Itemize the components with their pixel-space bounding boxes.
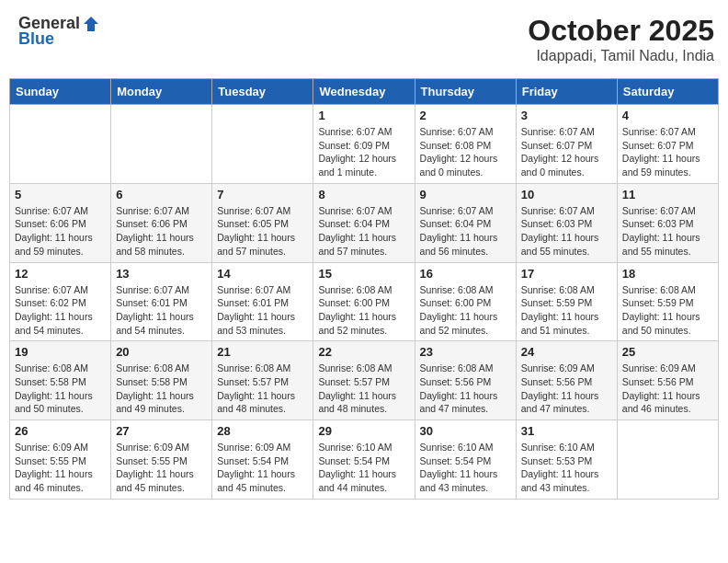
logo-icon	[82, 15, 100, 33]
title-area: October 2025 Idappadi, Tamil Nadu, India	[528, 14, 714, 64]
calendar-table: SundayMondayTuesdayWednesdayThursdayFrid…	[9, 78, 719, 500]
day-info: Sunrise: 6:08 AM Sunset: 5:59 PM Dayligh…	[521, 283, 612, 338]
calendar-day-6: 6Sunrise: 6:07 AM Sunset: 6:06 PM Daylig…	[111, 183, 212, 262]
day-number: 1	[318, 109, 409, 122]
calendar-day-15: 15Sunrise: 6:08 AM Sunset: 6:00 PM Dayli…	[313, 262, 415, 341]
day-info: Sunrise: 6:07 AM Sunset: 6:09 PM Dayligh…	[318, 125, 409, 179]
day-info: Sunrise: 6:08 AM Sunset: 6:00 PM Dayligh…	[420, 283, 511, 338]
day-number: 28	[217, 424, 308, 438]
day-number: 26	[15, 424, 106, 438]
day-info: Sunrise: 6:08 AM Sunset: 5:56 PM Dayligh…	[420, 362, 511, 416]
day-info: Sunrise: 6:07 AM Sunset: 6:04 PM Dayligh…	[318, 204, 409, 259]
day-number: 12	[15, 267, 106, 281]
calendar-day-2: 2Sunrise: 6:07 AM Sunset: 6:08 PM Daylig…	[415, 105, 516, 184]
day-number: 20	[116, 345, 207, 359]
day-info: Sunrise: 6:10 AM Sunset: 5:54 PM Dayligh…	[318, 441, 409, 495]
calendar-day-19: 19Sunrise: 6:08 AM Sunset: 5:58 PM Dayli…	[10, 341, 111, 420]
day-number: 27	[116, 424, 207, 438]
calendar-day-empty	[111, 105, 212, 184]
day-info: Sunrise: 6:08 AM Sunset: 5:59 PM Dayligh…	[622, 283, 713, 338]
day-info: Sunrise: 6:07 AM Sunset: 6:01 PM Dayligh…	[116, 283, 207, 338]
calendar-day-26: 26Sunrise: 6:09 AM Sunset: 5:55 PM Dayli…	[10, 420, 111, 500]
day-number: 16	[420, 267, 511, 281]
weekday-header-tuesday: Tuesday	[212, 79, 313, 105]
day-info: Sunrise: 6:08 AM Sunset: 6:00 PM Dayligh…	[318, 283, 409, 338]
weekday-header-sunday: Sunday	[10, 79, 111, 105]
calendar-day-7: 7Sunrise: 6:07 AM Sunset: 6:05 PM Daylig…	[212, 183, 313, 262]
day-info: Sunrise: 6:07 AM Sunset: 6:07 PM Dayligh…	[521, 125, 612, 179]
day-number: 29	[318, 424, 409, 438]
calendar-day-13: 13Sunrise: 6:07 AM Sunset: 6:01 PM Dayli…	[111, 262, 212, 341]
calendar-day-11: 11Sunrise: 6:07 AM Sunset: 6:03 PM Dayli…	[617, 183, 718, 262]
day-number: 3	[521, 109, 612, 122]
day-number: 17	[521, 267, 612, 281]
day-info: Sunrise: 6:08 AM Sunset: 5:57 PM Dayligh…	[318, 362, 409, 416]
calendar-day-28: 28Sunrise: 6:09 AM Sunset: 5:54 PM Dayli…	[212, 420, 313, 500]
calendar-day-17: 17Sunrise: 6:08 AM Sunset: 5:59 PM Dayli…	[516, 262, 617, 341]
day-info: Sunrise: 6:07 AM Sunset: 6:06 PM Dayligh…	[15, 204, 106, 259]
day-info: Sunrise: 6:10 AM Sunset: 5:53 PM Dayligh…	[521, 441, 612, 495]
calendar-day-18: 18Sunrise: 6:08 AM Sunset: 5:59 PM Dayli…	[617, 262, 718, 341]
day-number: 10	[521, 188, 612, 201]
location-title: Idappadi, Tamil Nadu, India	[528, 48, 714, 64]
month-title: October 2025	[528, 14, 714, 48]
day-number: 2	[420, 109, 511, 122]
day-info: Sunrise: 6:09 AM Sunset: 5:55 PM Dayligh…	[15, 441, 106, 495]
calendar-day-1: 1Sunrise: 6:07 AM Sunset: 6:09 PM Daylig…	[313, 105, 415, 184]
calendar-day-22: 22Sunrise: 6:08 AM Sunset: 5:57 PM Dayli…	[313, 341, 415, 420]
day-info: Sunrise: 6:07 AM Sunset: 6:06 PM Dayligh…	[116, 204, 207, 259]
calendar-day-10: 10Sunrise: 6:07 AM Sunset: 6:03 PM Dayli…	[516, 183, 617, 262]
calendar-day-4: 4Sunrise: 6:07 AM Sunset: 6:07 PM Daylig…	[617, 105, 718, 184]
day-info: Sunrise: 6:10 AM Sunset: 5:54 PM Dayligh…	[420, 441, 511, 495]
day-number: 7	[217, 188, 308, 201]
day-number: 9	[420, 188, 511, 201]
day-number: 25	[622, 345, 713, 359]
calendar-day-30: 30Sunrise: 6:10 AM Sunset: 5:54 PM Dayli…	[415, 420, 516, 500]
weekday-header-wednesday: Wednesday	[313, 79, 415, 105]
calendar-week-3: 12Sunrise: 6:07 AM Sunset: 6:02 PM Dayli…	[10, 262, 719, 341]
calendar-day-25: 25Sunrise: 6:09 AM Sunset: 5:56 PM Dayli…	[617, 341, 718, 420]
calendar-day-14: 14Sunrise: 6:07 AM Sunset: 6:01 PM Dayli…	[212, 262, 313, 341]
day-number: 11	[622, 188, 713, 201]
weekday-header-row: SundayMondayTuesdayWednesdayThursdayFrid…	[10, 79, 719, 105]
calendar-week-2: 5Sunrise: 6:07 AM Sunset: 6:06 PM Daylig…	[10, 183, 719, 262]
day-number: 15	[318, 267, 409, 281]
day-number: 30	[420, 424, 511, 438]
day-number: 4	[622, 109, 713, 122]
day-info: Sunrise: 6:09 AM Sunset: 5:56 PM Dayligh…	[622, 362, 713, 416]
calendar-week-5: 26Sunrise: 6:09 AM Sunset: 5:55 PM Dayli…	[10, 420, 719, 500]
day-info: Sunrise: 6:09 AM Sunset: 5:54 PM Dayligh…	[217, 441, 308, 495]
day-info: Sunrise: 6:07 AM Sunset: 6:02 PM Dayligh…	[15, 283, 106, 338]
calendar-day-31: 31Sunrise: 6:10 AM Sunset: 5:53 PM Dayli…	[516, 420, 617, 500]
weekday-header-friday: Friday	[516, 79, 617, 105]
day-info: Sunrise: 6:09 AM Sunset: 5:55 PM Dayligh…	[116, 441, 207, 495]
calendar-day-16: 16Sunrise: 6:08 AM Sunset: 6:00 PM Dayli…	[415, 262, 516, 341]
calendar-week-4: 19Sunrise: 6:08 AM Sunset: 5:58 PM Dayli…	[10, 341, 719, 420]
day-info: Sunrise: 6:07 AM Sunset: 6:07 PM Dayligh…	[622, 125, 713, 179]
day-info: Sunrise: 6:08 AM Sunset: 5:58 PM Dayligh…	[15, 362, 106, 416]
weekday-header-thursday: Thursday	[415, 79, 516, 105]
calendar-day-9: 9Sunrise: 6:07 AM Sunset: 6:04 PM Daylig…	[415, 183, 516, 262]
logo: General Blue	[18, 14, 100, 49]
calendar-week-1: 1Sunrise: 6:07 AM Sunset: 6:09 PM Daylig…	[10, 105, 719, 184]
calendar-day-23: 23Sunrise: 6:08 AM Sunset: 5:56 PM Dayli…	[415, 341, 516, 420]
day-number: 8	[318, 188, 409, 201]
calendar-day-empty	[10, 105, 111, 184]
calendar-day-8: 8Sunrise: 6:07 AM Sunset: 6:04 PM Daylig…	[313, 183, 415, 262]
day-number: 6	[116, 188, 207, 201]
calendar-day-5: 5Sunrise: 6:07 AM Sunset: 6:06 PM Daylig…	[10, 183, 111, 262]
calendar-day-20: 20Sunrise: 6:08 AM Sunset: 5:58 PM Dayli…	[111, 341, 212, 420]
day-info: Sunrise: 6:08 AM Sunset: 5:57 PM Dayligh…	[217, 362, 308, 416]
calendar-day-21: 21Sunrise: 6:08 AM Sunset: 5:57 PM Dayli…	[212, 341, 313, 420]
header: General Blue October 2025 Idappadi, Tami…	[9, 9, 719, 69]
day-info: Sunrise: 6:07 AM Sunset: 6:05 PM Dayligh…	[217, 204, 308, 259]
calendar-day-24: 24Sunrise: 6:09 AM Sunset: 5:56 PM Dayli…	[516, 341, 617, 420]
day-number: 21	[217, 345, 308, 359]
day-number: 19	[15, 345, 106, 359]
day-number: 23	[420, 345, 511, 359]
day-info: Sunrise: 6:07 AM Sunset: 6:03 PM Dayligh…	[521, 204, 612, 259]
calendar-day-3: 3Sunrise: 6:07 AM Sunset: 6:07 PM Daylig…	[516, 105, 617, 184]
weekday-header-saturday: Saturday	[617, 79, 718, 105]
day-info: Sunrise: 6:08 AM Sunset: 5:58 PM Dayligh…	[116, 362, 207, 416]
day-info: Sunrise: 6:07 AM Sunset: 6:03 PM Dayligh…	[622, 204, 713, 259]
